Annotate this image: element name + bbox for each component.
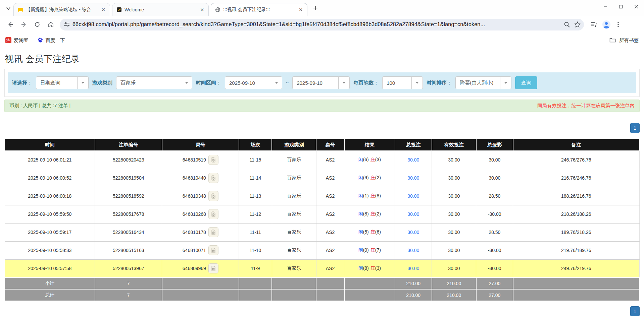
cell-result: 闲(5)庄(6) [344, 223, 395, 241]
col-game-type: 游戏类别 [272, 139, 316, 151]
dropdown-arrow-icon[interactable] [338, 77, 349, 89]
video-replay-button[interactable] [208, 245, 218, 255]
bookmark-baidu[interactable]: 百度一下 [37, 37, 65, 44]
query-button[interactable]: 查询 [515, 76, 537, 89]
tab-forum[interactable]: 【新提醒】海燕策略论坛 - 综合 ✕ [13, 3, 110, 16]
sort-value: 降幂(由大到小) [456, 77, 500, 89]
cell-valid-bet: 30.00 [432, 169, 476, 187]
total-bet-link[interactable]: 30.00 [407, 248, 419, 253]
pagination-top: 1 [4, 123, 640, 133]
dropdown-arrow-icon[interactable] [411, 77, 423, 89]
player-label: 闲 [358, 175, 363, 180]
empty-cell [513, 277, 639, 289]
date-from-select[interactable]: 2025-09-10 [225, 76, 282, 89]
per-page-select[interactable]: 100 [382, 76, 423, 89]
banker-score: (6) [375, 229, 381, 235]
cell-remark: 249.76/219.76 [513, 259, 639, 277]
banker-label: 庄 [370, 211, 375, 216]
tab-search-button[interactable] [3, 3, 13, 13]
cell-table-no: AS2 [316, 241, 344, 259]
cell-valid-bet: 30.00 [432, 187, 476, 205]
new-tab-button[interactable] [311, 3, 320, 13]
round-number: 646810268 [183, 211, 206, 217]
date-to-select[interactable]: 2025-09-10 [292, 76, 350, 89]
per-page-label: 每页笔数： [353, 80, 379, 86]
bookmark-taobao[interactable]: 淘 爱淘宝 [5, 37, 29, 44]
url-text[interactable]: 66cxkj98.com/ipl/portal.php/game/betreco… [72, 21, 561, 27]
reload-button[interactable] [32, 19, 43, 30]
tab-title: :::视讯 会员下注纪录::: [223, 7, 295, 13]
cell-remark: 218.26/188.26 [513, 205, 639, 223]
close-button[interactable] [629, 0, 644, 13]
video-replay-button[interactable] [208, 227, 218, 237]
home-button[interactable] [45, 19, 56, 30]
tab-close-icon[interactable]: ✕ [199, 7, 205, 13]
globe-icon [215, 7, 220, 12]
tab-welcome[interactable]: Welcome ✕ [112, 3, 209, 16]
page-1-button[interactable]: 1 [630, 306, 640, 316]
cell-payout: -30.00 [476, 205, 513, 223]
dropdown-arrow-icon[interactable] [77, 77, 88, 89]
dropdown-arrow-icon[interactable] [271, 77, 282, 89]
cell-result: 闲(8)庄(3) [344, 259, 395, 277]
total-bet-link[interactable]: 30.00 [407, 193, 419, 199]
cell-time: 2025-09-10 05:59:50 [5, 205, 95, 223]
cell-time: 2025-09-10 05:57:58 [5, 259, 95, 277]
forum-favicon-icon [18, 7, 23, 12]
zoom-icon[interactable] [564, 21, 570, 28]
video-replay-button[interactable] [208, 155, 218, 165]
address-bar[interactable]: 66cxkj98.com/ipl/portal.php/game/betreco… [60, 19, 584, 30]
cell-valid-bet: 30.00 [432, 205, 476, 223]
folder-icon [609, 38, 616, 43]
bookmark-star-icon[interactable] [574, 21, 581, 28]
window-controls [598, 0, 644, 13]
empty-cell [162, 277, 239, 289]
page-1-button[interactable]: 1 [630, 123, 640, 133]
query-type-select[interactable]: 日期查询 [36, 76, 89, 89]
dropdown-arrow-icon[interactable] [500, 77, 511, 89]
video-replay-button[interactable] [208, 263, 218, 273]
filter-bar: 请选择： 日期查询 游戏类别 百家乐 时间区间： 2025-09-10 ~ 20… [8, 72, 636, 93]
table-row: 2025-09-10 06:01:21 522800520423 6468105… [5, 151, 639, 169]
empty-cell [272, 277, 316, 289]
cell-game: 百家乐 [272, 241, 316, 259]
forward-button[interactable] [18, 19, 30, 30]
game-type-select[interactable]: 百家乐 [116, 76, 192, 89]
col-result: 结果 [344, 139, 395, 151]
all-bookmarks[interactable]: 所有书签 [606, 37, 639, 44]
browser-menu-icon[interactable] [615, 21, 621, 27]
video-replay-button[interactable] [208, 191, 218, 201]
cell-game: 百家乐 [272, 205, 316, 223]
tab-close-icon[interactable]: ✕ [298, 7, 304, 13]
cell-game: 百家乐 [272, 169, 316, 187]
video-replay-button[interactable] [208, 173, 218, 183]
tab-close-icon[interactable]: ✕ [100, 7, 106, 13]
empty-cell [344, 277, 395, 289]
col-session: 场次 [239, 139, 272, 151]
subtotal-payout: 27.00 [476, 277, 513, 289]
total-bet-link[interactable]: 30.00 [407, 266, 419, 271]
video-replay-button[interactable] [208, 209, 218, 219]
maximize-button[interactable] [613, 0, 629, 13]
tab-bet-records-active[interactable]: :::视讯 会员下注纪录::: ✕ [211, 3, 307, 16]
total-bet-link[interactable]: 30.00 [407, 157, 419, 163]
total-bet-link[interactable]: 30.00 [407, 230, 419, 235]
sort-select[interactable]: 降幂(由大到小) [455, 76, 511, 89]
dropdown-arrow-icon[interactable] [181, 77, 192, 89]
player-score: (8) [363, 265, 369, 271]
minimize-button[interactable] [598, 0, 613, 13]
empty-cell [162, 289, 239, 301]
subtotal-count: 7 [95, 277, 162, 289]
total-bet-link[interactable]: 30.00 [407, 175, 419, 181]
total-bet-link[interactable]: 30.00 [407, 211, 419, 217]
cell-valid-bet: 30.00 [432, 151, 476, 169]
tilde-separator: ~ [286, 80, 289, 85]
profile-avatar[interactable] [602, 20, 611, 29]
welcome-favicon-icon [116, 7, 122, 12]
site-settings-tune-icon[interactable] [64, 21, 70, 27]
back-button[interactable] [5, 19, 16, 30]
cell-table-no: AS2 [316, 259, 344, 277]
banker-label: 庄 [370, 265, 375, 271]
media-control-icon[interactable] [591, 21, 597, 28]
cell-total-bet: 30.00 [395, 205, 432, 223]
